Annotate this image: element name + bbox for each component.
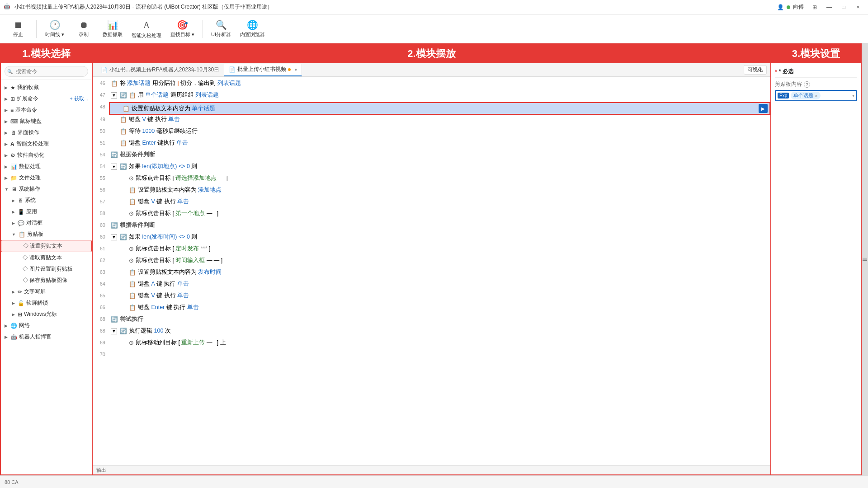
tree-item-network[interactable]: ▶ 🌐 网络: [1, 320, 92, 331]
loop-icon-2: 🔄: [120, 328, 127, 334]
tree-item-dialog[interactable]: ▶ 💬 对话框: [1, 217, 92, 229]
find-target-button[interactable]: 🎯 查找目标 ▾: [168, 17, 197, 41]
tab-label: 批量上传小红书视频: [237, 66, 286, 73]
arrow-icon: ▶: [5, 119, 8, 124]
arrow-icon: ▶: [5, 176, 8, 180]
line-text: 键盘 V 键 执行 单击: [129, 116, 180, 123]
line-text: 设置剪贴板文本内容为 发布时间: [138, 268, 222, 276]
tree-item-favorites[interactable]: ▶ ★ 我的收藏: [1, 82, 92, 93]
play-button[interactable]: ▶: [759, 104, 768, 113]
tree-item-ui[interactable]: ▶ 🖥 界面操作: [1, 127, 92, 138]
tree-item-text-screen[interactable]: ▶ ✏ 文字写屏: [1, 286, 92, 297]
code-line-66: 66 📋 键盘 Enter 键 执行 单击: [93, 303, 770, 314]
value-close-button[interactable]: ×: [815, 93, 817, 99]
expand-button[interactable]: ▼: [111, 92, 117, 99]
line-content: 📋 设置剪贴板文本内容为 添加地点: [127, 185, 770, 195]
line-number: 60: [93, 221, 109, 228]
dropdown-arrow-icon[interactable]: ▾: [852, 93, 854, 98]
tree-item-extensions[interactable]: ▶ ⊞ 扩展命令 + 获取...: [1, 93, 92, 104]
clipboard-content-input[interactable]: Exp 单个话题 × ▾: [775, 90, 857, 101]
line-number: 61: [93, 244, 109, 251]
code-line-54-section: 54 🔄 根据条件判断: [93, 150, 770, 162]
minimize-button[interactable]: —: [823, 2, 835, 12]
tree-item-data[interactable]: ▶ 📊 数据处理: [1, 161, 92, 172]
required-star: *: [775, 69, 777, 75]
tree-item-read-clipboard[interactable]: ◇ 读取剪贴文本: [1, 252, 92, 263]
value-tag: 单个话题 ×: [791, 92, 820, 99]
code-area: 46 📋 将 添加话题 用分隔符 | 切分，输出到 列表话题 47 ▼ 🔄 📋 …: [93, 77, 770, 465]
line-text: 鼠标点击目标 [ 第一个地点 — ]: [136, 210, 218, 217]
basic-icon: ≡: [10, 107, 14, 113]
line-number: 47: [93, 90, 109, 98]
tree-item-robot[interactable]: ▶ 🤖 机器人指挥官: [1, 331, 92, 343]
tree-item-system[interactable]: ▼ 🖥 系统操作: [1, 183, 92, 195]
expand-button[interactable]: ▼: [111, 328, 117, 334]
tab-close-button[interactable]: ●: [294, 67, 297, 72]
tree-item-app[interactable]: ▶ 📱 应用: [1, 206, 92, 217]
line-content: 🔄 根据条件判断: [109, 221, 770, 230]
settings-area: * * 必选 剪贴板内容 ? Exp 单个话题 × ▾: [771, 63, 861, 474]
tree-item-label: ◇ 设置剪贴文本: [23, 242, 62, 250]
coordinate-display: 88 CA: [5, 479, 19, 485]
mouse-icon-5: ⊙: [129, 339, 134, 346]
tab-label: 小红书...视频上传RPA机器人2023年10月30日: [109, 66, 219, 74]
tree-item-sys-sub[interactable]: ▶ 🖥 系统: [1, 195, 92, 206]
clipboard-content-label: 剪贴板内容 ?: [775, 80, 857, 88]
ai-text-label: 智能文松处理: [132, 32, 161, 39]
tab-batch-upload[interactable]: 📄 批量上传小红书视频 ●: [224, 64, 302, 76]
embedded-browser-label: 内置浏览器: [240, 31, 265, 38]
tree-item-windows-cursor[interactable]: ▶ ⊞ Windows光标: [1, 309, 92, 320]
close-button[interactable]: ×: [852, 2, 864, 12]
section-label: 根据条件判断: [120, 221, 155, 229]
tree-item-software[interactable]: ▶ ⚙ 软件自动化: [1, 150, 92, 161]
line-text: 鼠标点击目标 [ 定时发布 *** ]: [136, 245, 210, 253]
help-icon[interactable]: ?: [804, 81, 810, 88]
arrow-icon: ▶: [12, 198, 15, 203]
keyboard-icon-6: 📋: [129, 304, 136, 311]
tree-item-label: ◇ 图片设置到剪贴板: [23, 265, 73, 273]
line-number: 70: [93, 350, 109, 357]
line-content-highlighted[interactable]: 📋 设置剪贴板文本内容为 单个话题 ▶: [109, 102, 770, 115]
record-button[interactable]: ⏺ 录制: [71, 17, 96, 41]
tree-item-set-clipboard[interactable]: ◇ 设置剪贴文本: [1, 240, 92, 252]
time-trigger-button[interactable]: 🕐 时间线 ▾: [42, 17, 67, 41]
ui-analyzer-icon: 🔍: [216, 19, 227, 30]
tree-item-file[interactable]: ▶ 📁 文件处理: [1, 172, 92, 183]
ai-text-button[interactable]: Ａ 智能文松处理: [129, 17, 164, 41]
tabs-bar: 📄 小红书...视频上传RPA机器人2023年10月30日 📄 批量上传小红书视…: [93, 63, 770, 77]
expand-button[interactable]: ▼: [111, 234, 117, 240]
ui-analyzer-button[interactable]: 🔍 UI分析器: [208, 17, 234, 41]
right-edge-bar[interactable]: |||: [862, 43, 868, 475]
tree-item-keyboard[interactable]: ▶ ⌨ 鼠标键盘: [1, 116, 92, 127]
line-number: 64: [93, 279, 109, 286]
windows-cursor-icon: ⊞: [18, 311, 22, 318]
data-icon: 📊: [10, 164, 17, 170]
tree-item-ai-text[interactable]: ▶ A 智能文松处理: [1, 138, 92, 150]
tree-item-save-clipboard[interactable]: ◇ 保存剪贴板图像: [1, 275, 92, 286]
embedded-browser-button[interactable]: 🌐 内置浏览器: [237, 17, 268, 41]
tree-item-img-clipboard[interactable]: ◇ 图片设置到剪贴板: [1, 263, 92, 275]
ai-icon: A: [10, 141, 14, 147]
stop-button[interactable]: ⏹ 停止: [5, 17, 31, 41]
arrow-icon: ▶: [12, 210, 15, 214]
tree-item-clipboard[interactable]: ▼ 📋 剪贴板: [1, 229, 92, 240]
left-panel-header: 1.模块选择: [1, 44, 92, 63]
layout-button[interactable]: ⊞: [808, 2, 821, 12]
window-controls[interactable]: ⊞ — □ ×: [808, 2, 864, 12]
robot-icon: 🤖: [10, 334, 17, 340]
tree-item-basic[interactable]: ▶ ≡ 基本命令: [1, 104, 92, 116]
search-input[interactable]: [5, 66, 88, 77]
maximize-button[interactable]: □: [837, 2, 850, 12]
line-text: 执行逻辑 100 次: [129, 327, 171, 335]
fetch-label[interactable]: + 获取...: [70, 95, 88, 102]
expand-button[interactable]: ▼: [111, 164, 117, 170]
tree-item-label: 界面操作: [18, 129, 39, 136]
visibilize-button[interactable]: 可视化: [744, 65, 767, 75]
app-title: 小红书视频批量上传RPA机器人2023年10月30日 - 流程创造者 (UiBo…: [14, 3, 777, 11]
tree-item-label: 软件自动化: [17, 151, 44, 159]
tree-item-softscreen[interactable]: ▶ 🔓 软屏解锁: [1, 297, 92, 309]
output-label: 输出: [96, 467, 106, 474]
tab-main-flow[interactable]: 📄 小红书...视频上传RPA机器人2023年10月30日: [96, 64, 224, 76]
data-capture-button[interactable]: 📊 数据抓取: [100, 17, 125, 41]
line-content: 📋 键盘 V 键 执行 单击: [118, 115, 770, 124]
